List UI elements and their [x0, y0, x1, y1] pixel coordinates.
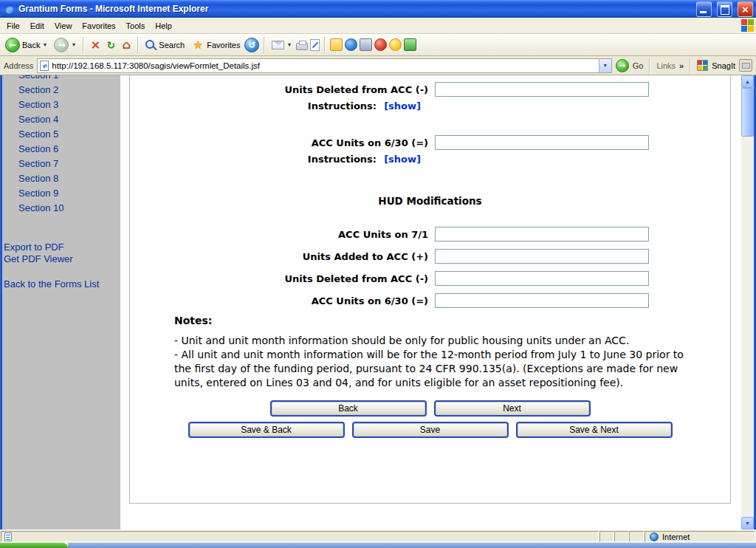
- sidebar-item-section-7[interactable]: Section 7: [2, 157, 120, 171]
- notes-paragraph: - Unit and unit month information should…: [174, 334, 690, 348]
- sidebar-item-section-4[interactable]: Section 4: [2, 112, 120, 127]
- address-label: Address: [4, 61, 33, 70]
- stop-icon[interactable]: [89, 38, 102, 52]
- menu-file[interactable]: File: [1, 19, 25, 32]
- back-label: Back: [22, 41, 40, 49]
- globe-icon[interactable]: [345, 38, 357, 51]
- taskbar: [0, 543, 756, 548]
- search-button[interactable]: Search: [143, 39, 187, 51]
- messenger-icon[interactable]: [374, 38, 387, 51]
- links-label[interactable]: Links: [656, 61, 676, 70]
- back-button-form[interactable]: Back: [270, 400, 427, 417]
- back-button[interactable]: Back: [3, 37, 49, 53]
- research-icon[interactable]: [360, 38, 372, 51]
- address-input[interactable]: e http://192.168.5.117:3080/sagis/viewFo…: [37, 58, 611, 73]
- snagit-label[interactable]: SnagIt: [712, 61, 735, 70]
- back-to-forms-list-link[interactable]: Back to the Forms List: [2, 278, 120, 290]
- refresh-icon[interactable]: [104, 38, 117, 52]
- next-button[interactable]: Next: [434, 400, 591, 417]
- close-button[interactable]: [738, 1, 753, 17]
- notes-paragraph: - All unit and unit month information wi…: [174, 348, 690, 390]
- home-icon[interactable]: [120, 38, 133, 52]
- page-icon: e: [40, 61, 49, 71]
- links-chevron-icon[interactable]: [679, 61, 684, 70]
- field-label: ACC Units on 6/30 (=): [130, 295, 433, 306]
- search-icon: [145, 40, 154, 49]
- address-url: http://192.168.5.117:3080/sagis/viewForm…: [52, 61, 595, 70]
- edit-icon[interactable]: [310, 39, 320, 51]
- share-icon[interactable]: [404, 38, 416, 51]
- ie-logo-icon: e: [3, 3, 15, 15]
- discuss-icon[interactable]: [330, 38, 343, 51]
- form-row: ACC Units on 6/30 (=): [130, 292, 730, 309]
- nav-button-row: Back Next: [130, 400, 730, 417]
- save-next-button[interactable]: Save & Next: [516, 422, 673, 438]
- menu-favorites[interactable]: Favorites: [77, 19, 120, 32]
- sidebar-item-section-2[interactable]: Section 2: [2, 83, 120, 97]
- instructions-row: Instructions: [show]: [130, 100, 433, 112]
- hud-acc-units-630-input[interactable]: [435, 293, 649, 308]
- address-bar: Address e http://192.168.5.117:3080/sagi…: [0, 56, 756, 75]
- go-icon[interactable]: [616, 59, 629, 72]
- print-icon[interactable]: [296, 43, 308, 50]
- instructions-label: Instructions:: [308, 154, 377, 165]
- taskbar-surface: [68, 543, 756, 548]
- scroll-down-icon[interactable]: [741, 517, 754, 530]
- menu-view[interactable]: View: [49, 19, 78, 32]
- sidebar-item-section-5[interactable]: Section 5: [2, 127, 120, 142]
- sidebar-item-section-8[interactable]: Section 8: [2, 171, 120, 186]
- instructions-row: Instructions: [show]: [130, 154, 433, 165]
- page-content: Section 1 Section 2 Section 3 Section 4 …: [0, 75, 756, 530]
- minimize-button[interactable]: [696, 1, 712, 17]
- form-main-area: Units Deleted from ACC (-) Instructions:…: [120, 75, 741, 530]
- sidebar-item-section-3[interactable]: Section 3: [2, 97, 120, 112]
- form-row: Units Added to ACC (+): [130, 248, 730, 264]
- mail-dropdown-icon[interactable]: [286, 42, 292, 47]
- vertical-scrollbar[interactable]: [741, 75, 754, 530]
- units-deleted-acc-input[interactable]: [435, 82, 649, 97]
- maximize-restore-button[interactable]: [717, 1, 732, 17]
- sidebar-item-section-9[interactable]: Section 9: [2, 186, 120, 201]
- forward-button[interactable]: [52, 37, 78, 53]
- sidebar-item-section-1[interactable]: Section 1: [2, 75, 120, 83]
- toolbar-separator: [83, 37, 84, 53]
- save-button[interactable]: Save: [352, 422, 509, 438]
- search-label: Search: [159, 41, 185, 49]
- back-dropdown-icon[interactable]: [42, 42, 47, 47]
- export-pdf-link[interactable]: Export to PDF: [2, 242, 120, 253]
- favorites-button[interactable]: Favorites: [189, 38, 242, 52]
- instructions-show-link[interactable]: [show]: [384, 100, 421, 112]
- instructions-show-link[interactable]: [show]: [384, 154, 421, 165]
- windows-logo-icon: [741, 19, 755, 32]
- hud-units-deleted-input[interactable]: [435, 271, 649, 286]
- sidebar-item-section-6[interactable]: Section 6: [2, 142, 120, 157]
- snagit-output-icon[interactable]: [739, 59, 752, 72]
- scrollbar-thumb[interactable]: [741, 88, 754, 137]
- hud-units-added-input[interactable]: [435, 249, 649, 264]
- menu-tools[interactable]: Tools: [121, 19, 151, 32]
- get-pdf-viewer-link[interactable]: Get PDF Viewer: [2, 253, 120, 265]
- window-title: Grantium Forms - Microsoft Internet Expl…: [18, 4, 691, 14]
- start-button[interactable]: [0, 543, 68, 548]
- back-icon: [5, 38, 20, 52]
- menu-edit[interactable]: Edit: [25, 19, 49, 32]
- browser-window: e Grantium Forms - Microsoft Internet Ex…: [0, 0, 756, 548]
- go-label[interactable]: Go: [633, 61, 644, 70]
- status-panel: [599, 531, 614, 542]
- hud-acc-units-71-input[interactable]: [435, 227, 649, 242]
- address-dropdown-icon[interactable]: [599, 59, 611, 72]
- scroll-up-icon[interactable]: [741, 75, 754, 88]
- menu-help[interactable]: Help: [150, 19, 177, 32]
- forward-dropdown-icon[interactable]: [71, 42, 76, 47]
- status-bar: Internet: [0, 530, 756, 543]
- mail-button[interactable]: [269, 40, 294, 50]
- acc-units-630-input[interactable]: [435, 135, 649, 150]
- smiley-icon[interactable]: [389, 38, 402, 51]
- history-icon[interactable]: [244, 38, 259, 52]
- instructions-label: Instructions:: [308, 100, 377, 112]
- save-back-button[interactable]: Save & Back: [188, 422, 345, 438]
- status-panel: [629, 531, 644, 542]
- field-label: ACC Units on 7/1: [130, 229, 433, 240]
- status-message-panel: [1, 531, 599, 542]
- sidebar-item-section-10[interactable]: Section 10: [2, 201, 120, 216]
